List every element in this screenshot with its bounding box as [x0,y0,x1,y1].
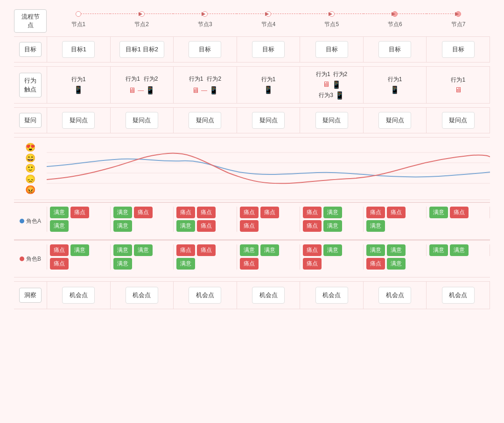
role-b-row: 角色B 痛点满意痛点满意满意满意痛点痛点满意满意满意痛点痛点满意痛点满意满意痛点… [14,240,490,277]
tag-red[interactable]: 痛点 [240,207,259,218]
tag-red[interactable]: 痛点 [366,258,385,270]
role-a-cells-cell-2: 满意痛点满意 [110,207,174,232]
phone-icon: 📱 [146,86,155,95]
main-container: 流程节点 节点1▶节点2▶节点3▶节点4▶节点5▶节点6▶节点7 目标 目标1目… [0,0,504,320]
role-a-cells-cell-4: 痛点痛点痛点 [237,207,300,232]
tag-red[interactable]: 痛点 [197,220,216,232]
role-b-cells-cell-2: 满意满意满意 [110,244,174,270]
tag-green[interactable]: 满意 [70,244,89,256]
role-b-cells-cell-6: 满意满意痛点满意 [363,244,427,270]
insight-cells: 机会点机会点机会点机会点机会点机会点机会点 [47,282,490,309]
tag-red[interactable]: 痛点 [366,207,385,218]
target-cell-3: 目标 [173,37,237,62]
emotion-emojis: 😍 😄 🙂 😞 😡 [14,138,47,200]
phone-icon: 📱 [74,85,83,94]
tag-green[interactable]: 满意 [323,244,342,256]
behavior-cell-6: 行为1📱 [363,67,427,103]
tag-green[interactable]: 满意 [113,258,132,270]
node-name-4: 节点4 [261,21,276,28]
tag-red[interactable]: 痛点 [176,207,195,218]
emoji-2: 😄 [25,153,35,163]
insight-cell-2: 机会点 [110,282,174,309]
insight-cell-5: 机会点 [300,282,363,309]
node-item-4: ▶节点4 [237,9,300,28]
tag-red[interactable]: 痛点 [303,207,322,218]
tag-green[interactable]: 满意 [240,244,259,256]
tag-green[interactable]: 满意 [387,244,406,256]
process-row: 流程节点 节点1▶节点2▶节点3▶节点4▶节点5▶节点6▶节点7 [14,9,490,33]
tag-green[interactable]: 满意 [113,220,132,232]
tag-green[interactable]: 满意 [366,244,385,256]
tag-red[interactable]: 痛点 [387,207,406,218]
tag-red[interactable]: 痛点 [450,207,469,218]
emotion-row: 😍 😄 🙂 😞 😡 [14,137,490,200]
behavior-cell-1: 行为1📱 [47,67,110,103]
tag-green[interactable]: 满意 [429,207,448,218]
tag-red[interactable]: 痛点 [240,220,259,232]
role-a-row: 角色A 满意痛点满意满意痛点满意痛点痛点满意痛点痛点痛点痛点痛点满意痛点满意痛点… [14,202,490,240]
tag-green[interactable]: 满意 [113,207,132,218]
node-item-6: ▶节点6 [364,9,427,28]
tag-green[interactable]: 满意 [50,207,69,218]
tag-red[interactable]: 痛点 [260,207,279,218]
target-cell-5: 目标 [300,37,363,62]
role-a-cells-cell-1: 满意痛点满意 [47,207,110,232]
tag-green[interactable]: 满意 [323,220,342,232]
tag-green[interactable]: 满意 [134,244,153,256]
node-item-5: ▶节点5 [300,9,364,28]
tag-red[interactable]: 痛点 [134,207,153,218]
tag-red[interactable]: 痛点 [303,258,322,270]
role-b-cells-cell-7: 满意满意 [426,244,490,256]
node-name-6: 节点6 [388,21,402,28]
insight-cell-1: 机会点 [47,282,110,309]
behavior-cell-4: 行为1📱 [237,67,300,103]
tag-red[interactable]: 痛点 [50,244,69,256]
tag-red[interactable]: 痛点 [70,207,89,218]
tag-green[interactable]: 满意 [50,220,69,232]
tag-green[interactable]: 满意 [176,258,195,270]
question-cell-6: 疑问点 [363,108,427,133]
role-a-cells-cell-3: 痛点痛点满意痛点 [173,207,237,232]
behavior-row: 行为 触点 行为1📱行为1行为2🖥—📱行为1行为2🖥—📱行为1📱行为1行为2🖥📱… [14,66,490,104]
question-cells: 疑问点疑问点疑问点疑问点疑问点疑问点疑问点 [47,108,490,133]
tag-green[interactable]: 满意 [366,220,385,232]
process-label: 流程节点 [14,9,47,33]
insight-label: 洞察 [14,282,47,309]
tag-green[interactable]: 满意 [429,244,448,256]
tag-green[interactable]: 满意 [176,220,195,232]
tag-red[interactable]: 痛点 [50,258,69,270]
emoji-4: 😞 [25,174,35,184]
tag-red[interactable]: 痛点 [197,244,216,256]
question-cell-4: 疑问点 [237,108,300,133]
desktop-icon: 🖥 [322,80,330,89]
tag-red[interactable]: 痛点 [303,220,322,232]
question-cell-1: 疑问点 [47,108,110,133]
role-b-dot [20,257,24,261]
node-name-2: 节点2 [134,21,149,28]
insight-row: 洞察 机会点机会点机会点机会点机会点机会点机会点 [14,281,490,309]
question-cell-2: 疑问点 [110,108,174,133]
emoji-3: 🙂 [25,163,35,173]
tag-red[interactable]: 痛点 [176,244,195,256]
question-cell-3: 疑问点 [173,108,237,133]
phone-icon: 📱 [264,85,273,94]
tag-green[interactable]: 满意 [323,207,342,218]
tag-red[interactable]: 痛点 [197,207,216,218]
tag-green[interactable]: 满意 [387,258,406,270]
tag-green[interactable]: 满意 [113,244,132,256]
role-b-cells-cell-4: 满意满意痛点 [237,244,300,270]
node-name-1: 节点1 [71,21,86,28]
emoji-5: 😡 [25,185,35,195]
question-cell-7: 疑问点 [426,108,490,133]
desktop-icon: 🖥 [455,86,462,94]
tag-green[interactable]: 满意 [450,244,469,256]
insight-cell-4: 机会点 [237,282,300,309]
tag-red[interactable]: 痛点 [240,258,259,270]
role-a-cells: 满意痛点满意满意痛点满意痛点痛点满意痛点痛点痛点痛点痛点满意痛点满意痛点痛点满意… [47,203,490,239]
role-b-cells-cell-5: 痛点满意痛点 [300,244,363,270]
tag-red[interactable]: 痛点 [303,244,322,256]
target-row: 目标 目标1目标1 目标2目标目标目标目标目标 [14,36,490,62]
tag-green[interactable]: 满意 [260,244,279,256]
role-b-cells-cell-3: 痛点痛点满意 [173,244,237,270]
phone-icon: 📱 [209,86,218,95]
